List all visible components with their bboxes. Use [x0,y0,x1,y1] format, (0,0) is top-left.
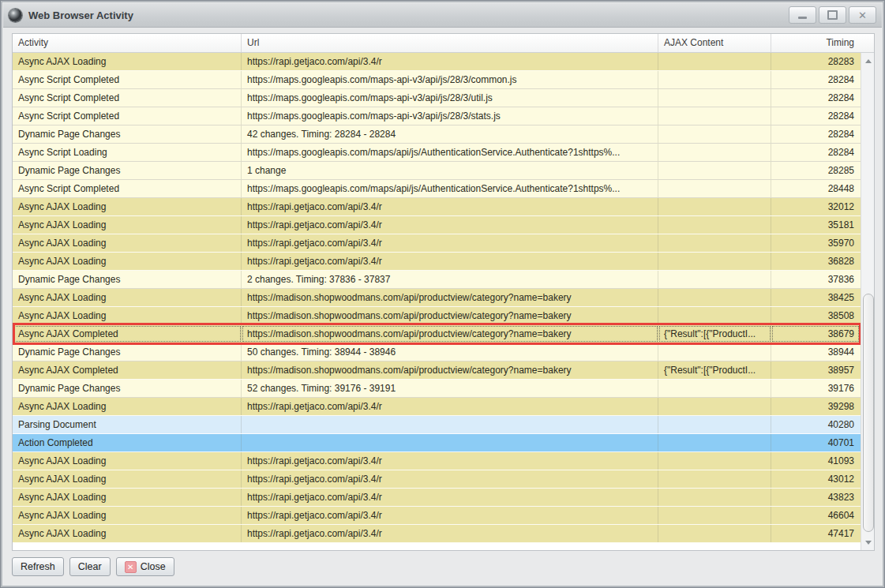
cell-activity: Async Script Completed [13,89,242,107]
table-row[interactable]: Action Completed40701 [13,434,861,452]
minimize-button[interactable] [789,6,816,24]
scroll-up-button[interactable] [861,54,875,67]
table-row-selected[interactable]: Async AJAX Completedhttps://madison.shop… [13,325,861,343]
cell-activity: Async AJAX Loading [13,507,242,524]
table-body: Async AJAX Loadinghttps://rapi.getjaco.c… [13,53,861,550]
table-row[interactable]: Parsing Document40280 [13,416,861,434]
column-header-filler [860,34,874,52]
maximize-button[interactable] [819,6,846,24]
cell-url: 50 changes. Timing: 38944 - 38946 [242,343,658,361]
cell-ajax-content [658,89,771,107]
cell-url: https://madison.shopwoodmans.com/api/pro… [242,307,658,324]
maximize-icon [827,10,838,20]
table-row[interactable]: Async AJAX Loadinghttps://rapi.getjaco.c… [13,53,861,71]
table-row[interactable]: Async AJAX Loadinghttps://rapi.getjaco.c… [13,470,861,489]
close-icon: ✕ [858,10,867,21]
cell-url: https://rapi.getjaco.com/api/3.4/r [242,53,658,70]
table-row[interactable]: Dynamic Page Changes2 changes. Timing: 3… [13,271,861,289]
cell-ajax-content [658,198,771,215]
cell-activity: Async AJAX Completed [13,361,242,379]
table-row[interactable]: Async Script Completedhttps://maps.googl… [13,71,861,89]
table-row[interactable]: Async AJAX Loadinghttps://rapi.getjaco.c… [13,234,861,253]
app-icon [9,9,22,22]
cell-activity: Async AJAX Completed [13,325,242,343]
table-row[interactable]: Async Script Completedhttps://maps.googl… [13,89,861,107]
cell-timing: 39298 [771,398,860,415]
clear-button[interactable]: Clear [69,557,111,576]
cell-ajax-content [658,452,771,470]
table-row[interactable]: Async AJAX Loadinghttps://madison.shopwo… [13,289,861,307]
table-row[interactable]: Async Script Completedhttps://maps.googl… [13,107,861,125]
cell-url: https://rapi.getjaco.com/api/3.4/r [242,198,658,215]
column-header-ajax-content[interactable]: AJAX Content [658,34,771,52]
cell-ajax-content [658,470,771,488]
cell-activity: Async Script Completed [13,107,242,125]
cell-activity: Async AJAX Loading [13,53,242,70]
scrollbar-thumb[interactable] [863,294,874,532]
cell-url: https://maps.googleapis.com/maps-api-v3/… [242,107,658,125]
cell-url: 42 changes. Timing: 28284 - 28284 [242,125,658,143]
cell-url [242,434,658,451]
cell-timing: 28284 [771,125,860,143]
cell-ajax-content [658,107,771,125]
cell-ajax-content [658,398,771,415]
table-row[interactable]: Dynamic Page Changes52 changes. Timing: … [13,380,861,398]
table-row[interactable]: Dynamic Page Changes1 change28285 [13,162,861,180]
table-row[interactable]: Async AJAX Loadinghttps://rapi.getjaco.c… [13,525,861,543]
table-row[interactable]: Async AJAX Loadinghttps://rapi.getjaco.c… [13,198,861,216]
cell-timing: 32012 [771,198,860,215]
table-row[interactable]: Dynamic Page Changes42 changes. Timing: … [13,125,861,144]
scroll-down-button[interactable] [861,536,875,549]
table-row[interactable]: Async AJAX Loadinghttps://rapi.getjaco.c… [13,398,861,416]
cell-url: 2 changes. Timing: 37836 - 37837 [242,271,658,288]
cell-url: https://rapi.getjaco.com/api/3.4/r [242,234,658,252]
cell-timing: 28284 [771,144,860,161]
cell-ajax-content [658,271,771,288]
cell-timing: 38508 [771,307,860,324]
cell-activity: Async AJAX Loading [13,452,242,470]
cell-activity: Async AJAX Loading [13,198,242,215]
cell-url: https://maps.googleapis.com/maps-api-v3/… [242,89,658,107]
table-row[interactable]: Async AJAX Loadinghttps://rapi.getjaco.c… [13,489,861,507]
cell-ajax-content [658,525,771,542]
table-header-row: ActivityUrlAJAX ContentTiming [13,34,874,53]
vertical-scrollbar[interactable] [861,53,874,550]
cell-ajax-content [658,434,771,451]
close-button[interactable]: ✕ Close [116,557,174,576]
cell-activity: Async Script Loading [13,144,242,161]
scroll-down-icon [865,541,872,545]
cell-timing: 41093 [771,452,860,470]
cell-url: 52 changes. Timing: 39176 - 39191 [242,380,658,397]
column-header-url[interactable]: Url [242,34,658,52]
table-row[interactable]: Async AJAX Completedhttps://madison.shop… [13,361,861,380]
table-row[interactable]: Async AJAX Loadinghttps://rapi.getjaco.c… [13,452,861,470]
cell-ajax-content [658,507,771,524]
scroll-up-icon [865,59,872,63]
cell-ajax-content [658,416,771,433]
cell-timing: 43823 [771,489,860,506]
table-row[interactable]: Async Script Loadinghttps://maps.googlea… [13,144,861,162]
column-header-activity[interactable]: Activity [13,34,242,52]
cell-timing: 38679 [771,325,860,343]
table-row[interactable]: Async Script Completedhttps://maps.googl… [13,180,861,198]
cell-activity: Dynamic Page Changes [13,125,242,143]
table-row[interactable]: Async AJAX Loadinghttps://rapi.getjaco.c… [13,253,861,271]
table-row[interactable]: Async AJAX Loadinghttps://rapi.getjaco.c… [13,216,861,234]
table-row[interactable]: Dynamic Page Changes50 changes. Timing: … [13,343,861,361]
cell-url: https://madison.shopwoodmans.com/api/pro… [242,325,658,343]
cell-timing: 40701 [771,434,860,451]
cell-timing: 43012 [771,470,860,488]
refresh-button[interactable]: Refresh [12,557,64,576]
cell-ajax-content [658,289,771,306]
cell-timing: 46604 [771,507,860,524]
table-row[interactable]: Async AJAX Loadinghttps://rapi.getjaco.c… [13,507,861,525]
table-row[interactable]: Async AJAX Loadinghttps://madison.shopwo… [13,307,861,325]
cell-ajax-content [658,253,771,270]
close-window-button[interactable]: ✕ [849,6,876,24]
cell-timing: 38957 [771,361,860,379]
cell-ajax-content [658,216,771,234]
cell-ajax-content [658,162,771,179]
cell-timing: 35970 [771,234,860,252]
column-header-timing[interactable]: Timing [771,34,860,52]
close-button-icon: ✕ [125,561,137,573]
